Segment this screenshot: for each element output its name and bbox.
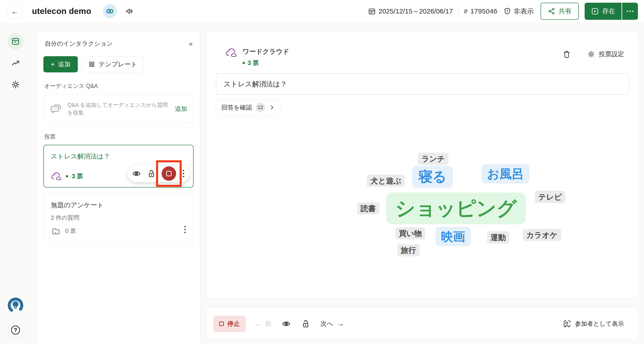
app-root: ← utelecon demo 2025/12/15～2026/06/	[0, 0, 644, 344]
poll-list-item-active[interactable]: ストレス解消法は？ 3 票	[44, 145, 194, 188]
poll-hover-toolbar	[128, 165, 190, 182]
lock-voting-button[interactable]	[147, 169, 156, 178]
previous-label: 前	[265, 320, 272, 328]
rail-top	[8, 33, 24, 93]
question-mark-icon: ?	[11, 326, 20, 334]
hash-icon: #	[464, 8, 468, 15]
rail-bottom: ?	[7, 297, 24, 337]
word-cloud-word: 買い物	[395, 227, 425, 240]
survey-title: 無題のアンケート	[51, 201, 186, 210]
unlock-icon	[301, 319, 310, 328]
next-button[interactable]: 次へ →	[320, 320, 344, 328]
survey-votes: 0 票	[65, 227, 76, 235]
event-title: utelecon demo	[32, 6, 91, 16]
product-logo	[7, 297, 24, 315]
hide-results-button[interactable]	[132, 169, 141, 178]
unlock-icon	[147, 169, 156, 178]
visibility-toggle[interactable]: 非表示	[503, 7, 534, 16]
live-dot	[66, 175, 68, 178]
template-button[interactable]: テンプレート	[82, 56, 144, 72]
right-arrow-icon: →	[337, 320, 344, 328]
stop-poll-button[interactable]	[162, 166, 176, 181]
poll-detail-card: ワードクラウド 3 票	[206, 31, 638, 298]
divider	[458, 6, 458, 16]
hide-results-button[interactable]	[282, 319, 291, 328]
megaphone-icon	[125, 7, 134, 16]
top-bar-right: 2025/12/15～2026/06/17 # 1795046 非表示	[368, 3, 638, 20]
event-date-range: 2025/12/15～2026/06/17	[379, 7, 453, 16]
stop-icon	[166, 171, 172, 176]
qa-section-label: オーディエンス Q&A	[44, 82, 194, 90]
eye-icon	[282, 319, 291, 328]
chat-bubbles-icon	[50, 102, 62, 115]
webex-integration-icon	[103, 4, 117, 18]
collapse-panel-icon[interactable]: «	[189, 40, 193, 48]
rail-interactions-tab[interactable]	[8, 33, 24, 50]
play-icon	[591, 7, 599, 15]
poll-item-title: ストレス解消法は？	[50, 152, 186, 161]
present-button-group: 存在	[585, 3, 638, 20]
share-button[interactable]: 共有	[540, 3, 579, 20]
presentation-control-bar: 停止 ← 前 次へ →	[206, 307, 638, 340]
add-button-label: 追加	[58, 60, 70, 68]
back-arrow-icon: ←	[11, 7, 19, 16]
view-as-participant-label: 参加者として表示	[575, 320, 624, 328]
word-cloud-word: 犬と遊ぶ	[367, 175, 405, 187]
participant-view-icon	[563, 320, 571, 328]
calendar-icon	[368, 7, 376, 15]
rail-analytics-tab[interactable]	[8, 55, 24, 71]
lock-voting-button[interactable]	[301, 319, 310, 328]
poll-item-votes: 3 票	[72, 172, 83, 180]
next-label: 次へ	[320, 320, 333, 328]
qa-add-link[interactable]: 追加	[175, 105, 187, 113]
top-bar: ← utelecon demo 2025/12/15～2026/06/	[0, 0, 644, 22]
word-cloud-word: ショッピング	[386, 192, 526, 224]
survey-more-options-button[interactable]	[184, 225, 187, 234]
stop-icon	[219, 322, 224, 326]
word-cloud-word: 寝る	[412, 166, 453, 188]
share-icon	[548, 8, 556, 15]
event-dates[interactable]: 2025/12/15～2026/06/17	[368, 7, 453, 16]
rail-settings-tab[interactable]	[8, 76, 24, 93]
event-code: # 1795046	[464, 8, 498, 15]
qa-hint-text: Q&A を追加してオーディエンスから質問を収集	[68, 101, 170, 116]
interactions-icon	[11, 37, 20, 46]
left-rail: ?	[0, 22, 31, 344]
stop-poll-wrap	[162, 166, 176, 181]
word-cloud-word: 旅行	[397, 244, 420, 256]
survey-question-count: 2 件の質問	[51, 214, 186, 222]
present-button[interactable]: 存在	[585, 3, 622, 20]
share-label: 共有	[558, 7, 572, 16]
word-cloud-word: 運動	[487, 231, 509, 244]
word-cloud-word: 読書	[357, 202, 379, 214]
help-button[interactable]: ?	[8, 323, 23, 337]
previous-button-disabled[interactable]: ← 前	[255, 320, 272, 328]
present-label: 存在	[602, 7, 615, 16]
panel-title: 自分のインタラクション	[45, 40, 113, 48]
plus-icon: +	[50, 60, 55, 68]
word-cloud-type-icon	[50, 171, 62, 181]
add-interaction-button[interactable]: + 追加	[44, 56, 78, 72]
view-as-participant-button[interactable]: 参加者として表示	[563, 320, 624, 328]
word-cloud-word: テレビ	[535, 191, 565, 203]
interactions-panel: 自分のインタラクション « + 追加 テンプレート オーディエンス Q&A	[37, 31, 200, 344]
back-button[interactable]: ←	[7, 3, 23, 19]
stop-button[interactable]: 停止	[214, 316, 246, 332]
word-cloud: ランチ寝るお風呂犬と遊ぶテレビ読書ショッピング買い物映画運動カラオケ旅行	[206, 32, 638, 298]
shield-alert-icon	[503, 7, 511, 15]
present-more-button[interactable]	[622, 3, 638, 20]
survey-list-item[interactable]: 無題のアンケート 2 件の質問 0 票	[44, 193, 194, 242]
word-cloud-word: カラオケ	[523, 229, 561, 241]
trending-up-icon	[11, 58, 20, 68]
word-cloud-word: お風呂	[482, 164, 529, 184]
stop-label: 停止	[227, 320, 240, 328]
gear-icon	[11, 80, 20, 89]
poll-more-options-button[interactable]	[182, 169, 185, 178]
grid-icon	[88, 61, 95, 68]
left-arrow-icon: ←	[255, 320, 262, 328]
event-code-value: 1795046	[470, 8, 498, 15]
word-cloud-word: 映画	[436, 227, 471, 246]
eye-icon	[132, 169, 141, 178]
visibility-label: 非表示	[514, 7, 534, 16]
survey-folder-icon	[51, 226, 61, 236]
